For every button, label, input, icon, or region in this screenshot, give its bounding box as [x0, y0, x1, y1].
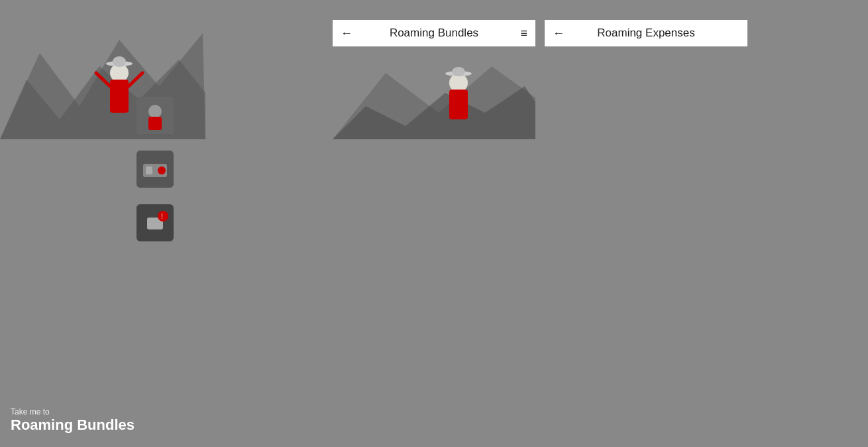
thumb-svg-3: !	[136, 204, 174, 241]
svg-rect-11	[148, 117, 162, 130]
nav-bundles: ← Roaming Bundles ≡	[333, 20, 535, 46]
thumbnail-recharge	[136, 151, 174, 188]
thumb-svg-1	[136, 97, 174, 134]
svg-point-15	[158, 166, 166, 174]
back-button-3[interactable]: ←	[553, 27, 565, 40]
nav-expenses: ← Roaming Expenses	[545, 20, 747, 46]
hero-image-2	[333, 46, 535, 139]
svg-point-23	[449, 74, 468, 92]
take-me-label: Take me to	[121, 407, 135, 415]
screen1-content: ← Roaming	[121, 20, 323, 415]
svg-point-26	[452, 67, 465, 76]
svg-rect-14	[146, 166, 152, 174]
menu-icon[interactable]: ≡	[520, 27, 527, 40]
svg-rect-24	[449, 90, 468, 119]
page-title-3: Roaming Expenses	[597, 27, 694, 40]
svg-text:!: !	[161, 213, 163, 220]
thumb-svg-2	[136, 151, 174, 188]
back-button-2[interactable]: ←	[341, 27, 353, 40]
hero-text-1: Take me to Roaming Bundles	[121, 407, 135, 415]
svg-point-18	[158, 211, 168, 222]
screen1-roaming: Orange · STAY SAF...Vodafone ⏰ ✱ ▎▎▎ 36%…	[119, 7, 325, 440]
svg-point-10	[148, 105, 162, 118]
page-title-2: Roaming Bundles	[390, 27, 478, 40]
svg-rect-4	[121, 80, 129, 113]
thumbnail-kalemny	[136, 97, 174, 134]
thumbnail-tips: !	[136, 204, 174, 241]
hero-svg-2	[333, 46, 535, 139]
